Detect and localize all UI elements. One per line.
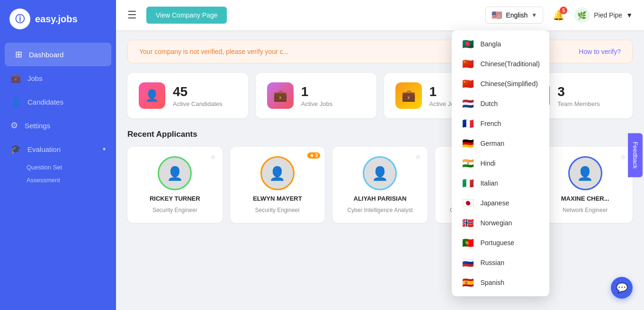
language-selector[interactable]: 🇺🇸 English ▼ (485, 7, 543, 24)
lang-label-norwegian: Norwegian (480, 219, 512, 227)
lang-option-chinese_traditional[interactable]: 🇨🇳 Chinese(Traditional) (452, 54, 549, 74)
lang-option-norwegian[interactable]: 🇳🇴 Norwegian (452, 213, 549, 233)
company-selector[interactable]: 🌿 Pied Pipe ▼ (574, 7, 633, 23)
sidebar-item-evaluation[interactable]: 🎓 Evaluation ▾ (0, 137, 116, 161)
language-dropdown: 🇧🇩 Bangla🇨🇳 Chinese(Traditional)🇨🇳 Chine… (452, 30, 549, 296)
stat-icon-stat3: 💼 (395, 82, 422, 109)
sidebar: ⓘ easy.jobs ⊞ Dashboard 💼 Jobs 👤 Candida… (0, 0, 116, 310)
applicant-name-aliyah: Aliyah Parisian (354, 195, 407, 202)
lang-flag-hindi: 🇮🇳 (461, 158, 474, 169)
sidebar-item-label: Dashboard (29, 51, 63, 59)
lang-label-spanish: Spanish (480, 279, 504, 286)
sidebar-item-jobs[interactable]: 💼 Jobs (0, 66, 116, 90)
how-to-verify-link[interactable]: How to verify? (579, 48, 621, 55)
lang-flag-dutch: 🇳🇱 (461, 98, 474, 109)
star-icon-aliyah[interactable]: ☆ (415, 153, 421, 160)
stat-card-active-jobs: 💼 1 Active Jobs (256, 73, 376, 118)
applicant-name-maxine: Maxine Cher... (561, 195, 609, 202)
applicant-card-aliyah[interactable]: ☆ 👤 Aliyah Parisian Cyber Intelligence A… (332, 147, 428, 223)
language-flag: 🇺🇸 (492, 10, 502, 20)
lang-label-italian: Italian (480, 179, 498, 187)
notification-badge: 5 (560, 7, 567, 14)
lang-label-japanese: Japanese (480, 199, 509, 207)
stat-number-active-candidates: 45 (173, 84, 223, 99)
lang-label-german: German (480, 140, 504, 147)
applicant-card-rickey[interactable]: ☆ 👤 RICKEY TURNER Security Engineer (127, 147, 223, 223)
avatar-maxine: 👤 (568, 156, 602, 190)
lang-label-bangla: Bangla (480, 40, 501, 48)
lang-option-french[interactable]: 🇫🇷 French (452, 114, 549, 133)
applicant-card-maxine[interactable]: ☆ 👤 Maxine Cher... Network Engineer (537, 147, 633, 223)
company-logo: 🌿 (574, 7, 590, 23)
company-page-button[interactable]: View Company Page (146, 7, 227, 24)
applicant-role-maxine: Network Engineer (563, 207, 608, 213)
recent-applicants-title: Recent Applicants (127, 130, 633, 139)
lang-option-hindi[interactable]: 🇮🇳 Hindi (452, 153, 549, 173)
stat-icon-active-jobs: 💼 (267, 82, 294, 109)
star-icon-maxine[interactable]: ☆ (620, 153, 626, 160)
lang-option-german[interactable]: 🇩🇪 German (452, 133, 549, 153)
lang-flag-portuguese: 🇵🇹 (461, 237, 474, 248)
stat-info-active-jobs: 1 Active Jobs (301, 84, 332, 107)
applicant-name-elwyn: Elwyn Mayert (253, 195, 302, 202)
lang-label-hindi: Hindi (480, 159, 495, 167)
lang-flag-german: 🇩🇪 (461, 138, 474, 149)
stat-card-active-candidates: 👤 45 Active Candidates (127, 73, 248, 118)
sidebar-sub-assessment[interactable]: Assessment (0, 174, 116, 186)
lang-option-chinese_simplified[interactable]: 🇨🇳 Chinese(Simplified) (452, 74, 549, 94)
dashboard-icon: ⊞ (15, 49, 22, 60)
lang-flag-french: 🇫🇷 (461, 118, 474, 129)
content-area: Your company is not verified, please ver… (116, 30, 644, 310)
company-arrow: ▼ (626, 11, 633, 19)
lang-flag-russian: 🇷🇺 (461, 257, 474, 268)
stat-label-active-jobs: Active Jobs (301, 100, 332, 107)
hamburger-icon[interactable]: ☰ (127, 9, 137, 21)
stats-row: 👤 45 Active Candidates 💼 1 Active Jobs 💼… (127, 73, 633, 118)
avatar-aliyah: 👤 (363, 156, 397, 190)
applicant-card-elwyn[interactable]: ★ 3 👤 Elwyn Mayert Security Engineer (230, 147, 325, 223)
jobs-icon: 💼 (10, 73, 21, 83)
main-area: ☰ View Company Page 🇺🇸 English ▼ 🔔 5 🌿 P… (116, 0, 644, 310)
lang-option-bangla[interactable]: 🇧🇩 Bangla (452, 34, 549, 54)
stat-number-active-jobs: 1 (301, 84, 332, 99)
lang-option-portuguese[interactable]: 🇵🇹 Portuguese (452, 233, 549, 253)
evaluation-icon: 🎓 (10, 144, 21, 154)
evaluation-arrow: ▾ (103, 146, 106, 152)
sidebar-item-dashboard[interactable]: ⊞ Dashboard (5, 43, 111, 66)
lang-flag-spanish: 🇪🇸 (461, 277, 474, 288)
stat-icon-active-candidates: 👤 (139, 82, 165, 109)
logo-text: easy.jobs (35, 14, 78, 25)
lang-flag-italian: 🇮🇹 (461, 177, 474, 189)
settings-icon: ⚙ (10, 120, 18, 131)
lang-label-chinese_simplified: Chinese(Simplified) (480, 80, 537, 88)
sidebar-nav: ⊞ Dashboard 💼 Jobs 👤 Candidates ⚙ Settin… (0, 43, 116, 310)
sidebar-item-label: Candidates (27, 98, 63, 106)
language-label: English (506, 11, 528, 19)
feedback-tab[interactable]: Feedback (628, 133, 643, 177)
star-icon-rickey[interactable]: ☆ (210, 153, 216, 160)
lang-label-french: French (480, 120, 501, 127)
applicant-role-elwyn: Security Engineer (255, 207, 300, 213)
sidebar-item-settings[interactable]: ⚙ Settings (0, 114, 116, 137)
lang-option-japanese[interactable]: 🇯🇵 Japanese (452, 193, 549, 213)
sidebar-item-candidates[interactable]: 👤 Candidates (0, 90, 116, 114)
logo-icon: ⓘ (9, 9, 30, 29)
applicants-row: ☆ 👤 RICKEY TURNER Security Engineer ★ 3 … (127, 147, 633, 223)
lang-flag-chinese_simplified: 🇨🇳 (461, 78, 474, 89)
notification-button[interactable]: 🔔 5 (549, 6, 568, 25)
lang-option-russian[interactable]: 🇷🇺 Russian (452, 253, 549, 273)
recent-applicants-section: Recent Applicants ☆ 👤 RICKEY TURNER Secu… (127, 130, 633, 223)
lang-option-spanish[interactable]: 🇪🇸 Spanish (452, 273, 549, 292)
stat-info-active-candidates: 45 Active Candidates (173, 84, 223, 107)
lang-option-italian[interactable]: 🇮🇹 Italian (452, 173, 549, 193)
verify-text: Your company is not verified, please ver… (139, 48, 288, 55)
lang-label-russian: Russian (480, 259, 504, 266)
chat-button[interactable]: 💬 (611, 277, 633, 299)
sidebar-sub-question-set[interactable]: Question Set (0, 161, 116, 174)
lang-flag-chinese_traditional: 🇨🇳 (461, 58, 474, 70)
header: ☰ View Company Page 🇺🇸 English ▼ 🔔 5 🌿 P… (116, 0, 644, 30)
lang-flag-japanese: 🇯🇵 (461, 197, 474, 209)
lang-option-dutch[interactable]: 🇳🇱 Dutch (452, 94, 549, 114)
lang-flag-norwegian: 🇳🇴 (461, 217, 474, 229)
verify-banner: Your company is not verified, please ver… (127, 40, 633, 63)
